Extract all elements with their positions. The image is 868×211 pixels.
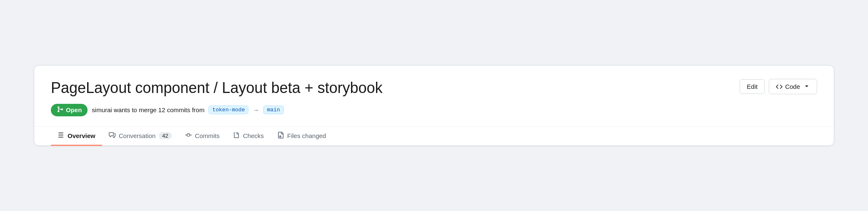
merge-icon-svg — [57, 106, 63, 113]
pr-card: PageLayout component / Layout beta + sto… — [34, 65, 834, 146]
tab-commits-label: Commits — [195, 132, 220, 139]
conversation-badge: 42 — [159, 132, 171, 139]
header-row: PageLayout component / Layout beta + sto… — [51, 79, 817, 97]
tab-conversation[interactable]: Conversation 42 — [102, 127, 178, 146]
checks-icon — [233, 132, 240, 140]
branch-arrow: → — [253, 106, 259, 113]
tab-commits[interactable]: Commits — [178, 127, 226, 146]
commits-icon — [185, 132, 192, 140]
tab-checks-label: Checks — [243, 132, 264, 139]
files-changed-icon-svg — [277, 132, 284, 138]
tab-files-changed[interactable]: Files changed — [271, 127, 333, 146]
subtitle-description: simurai wants to merge 12 commits from — [92, 106, 204, 113]
page-wrapper: PageLayout component / Layout beta + sto… — [21, 53, 847, 158]
tab-checks[interactable]: Checks — [226, 127, 271, 146]
conversation-icon — [109, 132, 115, 140]
code-button-label: Code — [785, 83, 800, 90]
files-changed-icon — [277, 132, 284, 140]
tab-conversation-label: Conversation — [119, 132, 156, 139]
git-merge-icon — [57, 106, 63, 114]
pr-title: PageLayout component / Layout beta + sto… — [51, 79, 730, 97]
tab-files-changed-label: Files changed — [287, 132, 326, 139]
code-icon — [776, 83, 783, 90]
tab-overview-label: Overview — [68, 132, 95, 139]
conversation-icon-svg — [109, 132, 115, 138]
commits-icon-svg — [185, 132, 192, 138]
subtitle-row: Open simurai wants to merge 12 commits f… — [51, 104, 817, 116]
branch-to-tag: main — [263, 106, 283, 114]
header-actions: Edit Code — [740, 79, 817, 94]
code-button[interactable]: Code — [769, 79, 817, 94]
chevron-down-icon — [803, 83, 810, 90]
code-brackets-icon — [776, 83, 783, 90]
branch-from-tag: token-mode — [208, 106, 248, 114]
open-badge: Open — [51, 104, 88, 116]
edit-button[interactable]: Edit — [740, 79, 765, 94]
chevron-icon-svg — [803, 83, 810, 89]
checks-icon-svg — [233, 132, 240, 138]
badge-open-label: Open — [66, 106, 82, 113]
tab-overview[interactable]: Overview — [51, 127, 102, 146]
overview-icon-svg — [58, 132, 64, 138]
overview-icon — [58, 132, 64, 140]
tabs-nav: Overview Conversation 42 Commits — [34, 126, 834, 146]
